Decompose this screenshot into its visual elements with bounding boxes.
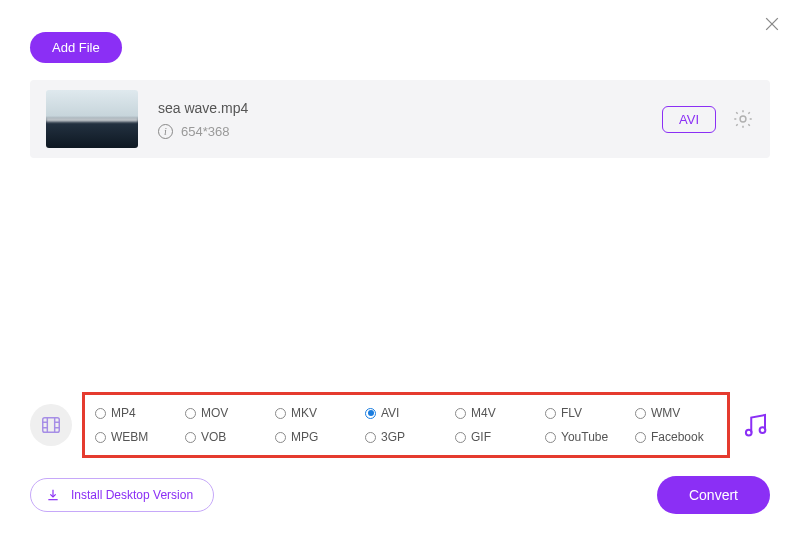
- film-icon[interactable]: [30, 404, 72, 446]
- radio-icon: [275, 432, 286, 443]
- format-option-label: WEBM: [111, 430, 148, 444]
- format-option-mp4[interactable]: MP4: [95, 403, 177, 423]
- svg-point-11: [760, 427, 766, 433]
- format-option-label: FLV: [561, 406, 582, 420]
- install-desktop-label: Install Desktop Version: [71, 488, 193, 502]
- format-option-label: MP4: [111, 406, 136, 420]
- radio-icon: [545, 432, 556, 443]
- convert-button[interactable]: Convert: [657, 476, 770, 514]
- format-option-label: WMV: [651, 406, 680, 420]
- format-option-avi[interactable]: AVI: [365, 403, 447, 423]
- add-file-button[interactable]: Add File: [30, 32, 122, 63]
- format-option-vob[interactable]: VOB: [185, 427, 267, 447]
- radio-icon: [545, 408, 556, 419]
- format-option-3gp[interactable]: 3GP: [365, 427, 447, 447]
- close-icon[interactable]: [762, 14, 782, 34]
- radio-icon: [455, 408, 466, 419]
- format-option-label: Facebook: [651, 430, 704, 444]
- formats-box: MP4MOVMKVAVIM4VFLVWMVWEBMVOBMPG3GPGIFYou…: [82, 392, 730, 458]
- format-bar: MP4MOVMKVAVIM4VFLVWMVWEBMVOBMPG3GPGIFYou…: [30, 392, 770, 458]
- file-thumbnail[interactable]: [46, 90, 138, 148]
- radio-icon: [185, 432, 196, 443]
- format-option-label: M4V: [471, 406, 496, 420]
- format-option-label: MKV: [291, 406, 317, 420]
- format-option-label: GIF: [471, 430, 491, 444]
- radio-icon: [95, 408, 106, 419]
- radio-icon: [635, 408, 646, 419]
- radio-icon: [185, 408, 196, 419]
- format-option-label: AVI: [381, 406, 399, 420]
- gear-icon[interactable]: [732, 108, 754, 130]
- file-row: sea wave.mp4 i 654*368 AVI: [30, 80, 770, 158]
- format-option-mpg[interactable]: MPG: [275, 427, 357, 447]
- file-name: sea wave.mp4: [158, 100, 248, 116]
- info-icon[interactable]: i: [158, 124, 173, 139]
- target-format-button[interactable]: AVI: [662, 106, 716, 133]
- svg-point-10: [746, 430, 752, 436]
- format-option-mkv[interactable]: MKV: [275, 403, 357, 423]
- file-dimensions: 654*368: [181, 124, 229, 139]
- install-desktop-button[interactable]: Install Desktop Version: [30, 478, 214, 512]
- format-option-wmv[interactable]: WMV: [635, 403, 717, 423]
- radio-icon: [95, 432, 106, 443]
- file-meta: sea wave.mp4 i 654*368: [158, 100, 248, 139]
- format-option-flv[interactable]: FLV: [545, 403, 627, 423]
- format-option-facebook[interactable]: Facebook: [635, 427, 717, 447]
- format-option-gif[interactable]: GIF: [455, 427, 537, 447]
- format-option-label: MOV: [201, 406, 228, 420]
- format-option-m4v[interactable]: M4V: [455, 403, 537, 423]
- format-option-mov[interactable]: MOV: [185, 403, 267, 423]
- radio-icon: [365, 432, 376, 443]
- svg-rect-3: [43, 418, 60, 433]
- radio-icon: [365, 408, 376, 419]
- music-icon[interactable]: [740, 410, 770, 440]
- format-option-label: MPG: [291, 430, 318, 444]
- format-option-youtube[interactable]: YouTube: [545, 427, 627, 447]
- format-option-label: YouTube: [561, 430, 608, 444]
- radio-icon: [455, 432, 466, 443]
- format-option-webm[interactable]: WEBM: [95, 427, 177, 447]
- svg-point-2: [740, 116, 746, 122]
- format-option-label: VOB: [201, 430, 226, 444]
- download-icon: [45, 487, 61, 503]
- radio-icon: [275, 408, 286, 419]
- radio-icon: [635, 432, 646, 443]
- format-option-label: 3GP: [381, 430, 405, 444]
